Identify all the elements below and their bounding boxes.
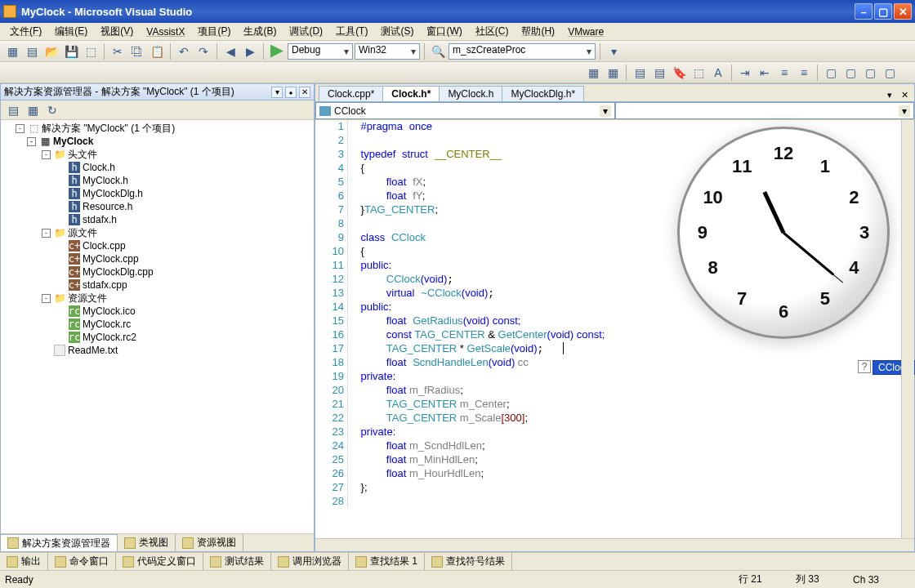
cut-button[interactable]: ✂ <box>109 42 127 60</box>
tab-class-view[interactable]: 类视图 <box>118 534 176 551</box>
tab-solution-explorer[interactable]: 解决方案资源管理器 <box>1 534 118 551</box>
horizontal-scrollbar[interactable] <box>315 538 914 551</box>
find-button[interactable]: 🔍 <box>429 42 447 60</box>
tree-file[interactable]: c+MyClockDlg.cpp <box>56 265 310 278</box>
paste-button[interactable]: 📋 <box>148 42 166 60</box>
tb-btn-b[interactable]: ≡ <box>775 64 793 82</box>
config-combo[interactable]: Debug <box>288 43 353 60</box>
save-all-button[interactable]: ⬚ <box>82 42 100 60</box>
tab-list-button[interactable]: ▾ <box>883 88 896 101</box>
tab-output[interactable]: 输出 <box>0 553 48 570</box>
uncomment-button[interactable]: ▤ <box>650 64 668 82</box>
editor-tab[interactable]: MyClockDlg.h* <box>502 86 584 101</box>
new-project-button[interactable]: ▦ <box>3 42 21 60</box>
panel-close-button[interactable]: ✕ <box>299 87 310 98</box>
menu-tools[interactable]: 工具(T) <box>329 23 374 40</box>
tree-file[interactable]: rcMyClock.rc <box>56 318 310 331</box>
expand-icon[interactable]: - <box>16 124 25 133</box>
tree-folder-headers[interactable]: - 📁 头文件 <box>42 148 310 161</box>
tb-btn-e[interactable]: ▢ <box>841 64 859 82</box>
scope-combo[interactable]: CClock <box>315 102 615 119</box>
nav-back-button[interactable]: ◀ <box>221 42 239 60</box>
editor-tab[interactable]: MyClock.h <box>439 86 502 101</box>
start-debug-button[interactable] <box>268 42 286 60</box>
tree-solution-root[interactable]: - ⬚ 解决方案 "MyClock" (1 个项目) <box>16 122 310 135</box>
solexp-properties-button[interactable]: ▤ <box>4 101 22 119</box>
tree-file[interactable]: hstdafx.h <box>56 213 310 226</box>
menu-test[interactable]: 测试(S) <box>374 23 420 40</box>
menu-view[interactable]: 视图(V) <box>94 23 140 40</box>
tree-file-readme[interactable]: ReadMe.txt <box>42 344 310 357</box>
menu-edit[interactable]: 编辑(E) <box>48 23 94 40</box>
redo-button[interactable]: ↷ <box>194 42 212 60</box>
minimize-button[interactable]: – <box>855 3 873 20</box>
menu-debug[interactable]: 调试(D) <box>283 23 329 40</box>
tree-folder-resources[interactable]: - 📁 资源文件 <box>42 292 310 305</box>
tb-btn-f[interactable]: ▢ <box>861 64 879 82</box>
member-combo[interactable] <box>615 102 915 119</box>
bookmark-button[interactable]: 🔖 <box>670 64 688 82</box>
add-item-button[interactable]: ▤ <box>23 42 41 60</box>
solexp-refresh-button[interactable]: ↻ <box>43 101 61 119</box>
tb-btn-a[interactable]: A <box>709 64 727 82</box>
tb-btn-1[interactable]: ▦ <box>584 64 602 82</box>
menu-window[interactable]: 窗口(W) <box>420 23 468 40</box>
menu-vmware[interactable]: VMware <box>561 24 610 39</box>
tb-btn-c[interactable]: ≡ <box>795 64 813 82</box>
intellisense-help-icon[interactable]: ? <box>858 360 871 373</box>
maximize-button[interactable]: ▢ <box>874 3 892 20</box>
expand-icon[interactable]: - <box>42 150 51 159</box>
cursor-button[interactable]: ⬚ <box>690 64 707 82</box>
tree-file[interactable]: hResource.h <box>56 200 310 213</box>
tree-project[interactable]: - ▦ MyClock <box>27 135 310 148</box>
code-editor[interactable]: 1 #pragma once 2 3 typedef struct __CENT… <box>315 120 914 538</box>
tree-file[interactable]: hMyClockDlg.h <box>56 187 310 200</box>
tree-file[interactable]: c+stdafx.cpp <box>56 278 310 292</box>
tree-file[interactable]: c+MyClock.cpp <box>56 252 310 265</box>
nav-fwd-button[interactable]: ▶ <box>241 42 259 60</box>
panel-dropdown-button[interactable]: ▾ <box>271 87 283 98</box>
tab-callbrowser[interactable]: 调用浏览器 <box>271 553 349 570</box>
expand-icon[interactable]: - <box>42 294 51 303</box>
tab-codedef[interactable]: 代码定义窗口 <box>116 553 203 570</box>
undo-button[interactable]: ↶ <box>175 42 193 60</box>
find-combo[interactable]: m_szCreateProc <box>449 43 596 60</box>
tb-btn-g[interactable]: ▢ <box>881 64 899 82</box>
menu-file[interactable]: 文件(F) <box>3 23 48 40</box>
solexp-showall-button[interactable]: ▦ <box>24 101 42 119</box>
menu-build[interactable]: 生成(B) <box>237 23 283 40</box>
misc-button[interactable]: ▾ <box>605 42 623 60</box>
menu-vassistx[interactable]: VAssistX <box>140 24 191 39</box>
tree-file[interactable]: hClock.h <box>56 161 310 174</box>
vertical-scrollbar[interactable] <box>901 120 914 538</box>
expand-icon[interactable]: - <box>27 137 36 146</box>
menu-help[interactable]: 帮助(H) <box>515 23 561 40</box>
save-button[interactable]: 💾 <box>62 42 80 60</box>
indent-dec-button[interactable]: ⇤ <box>756 64 774 82</box>
panel-pin-button[interactable]: ⬥ <box>285 87 297 98</box>
tab-findresults[interactable]: 查找结果 1 <box>349 553 425 570</box>
editor-tab[interactable]: Clock.cpp* <box>319 86 383 101</box>
tree-file[interactable]: c+Clock.cpp <box>56 239 310 252</box>
close-button[interactable]: ✕ <box>894 3 912 20</box>
tree-file[interactable]: rcMyClock.rc2 <box>56 331 310 344</box>
tab-resource-view[interactable]: 资源视图 <box>176 534 243 551</box>
tree-file[interactable]: hMyClock.h <box>56 174 310 187</box>
expand-icon[interactable]: - <box>42 229 51 238</box>
tree-file[interactable]: rcMyClock.ico <box>56 305 310 318</box>
open-button[interactable]: 📂 <box>42 42 60 60</box>
comment-button[interactable]: ▤ <box>631 64 649 82</box>
tab-close-button[interactable]: ✕ <box>898 88 911 101</box>
tab-command[interactable]: 命令窗口 <box>48 553 116 570</box>
indent-inc-button[interactable]: ⇥ <box>736 64 754 82</box>
copy-button[interactable]: ⿻ <box>128 42 146 60</box>
editor-tab-active[interactable]: Clock.h* <box>382 86 440 101</box>
menu-community[interactable]: 社区(C) <box>469 23 516 40</box>
tab-findsymbol[interactable]: 查找符号结果 <box>425 553 512 570</box>
platform-combo[interactable]: Win32 <box>355 43 420 60</box>
tree-folder-sources[interactable]: - 📁 源文件 <box>42 226 310 239</box>
solution-tree[interactable]: - ⬚ 解决方案 "MyClock" (1 个项目) - ▦ MyClock -… <box>1 120 314 533</box>
menu-project[interactable]: 项目(P) <box>191 23 237 40</box>
tab-testresults[interactable]: 测试结果 <box>203 553 271 570</box>
tb-btn-d[interactable]: ▢ <box>822 64 840 82</box>
